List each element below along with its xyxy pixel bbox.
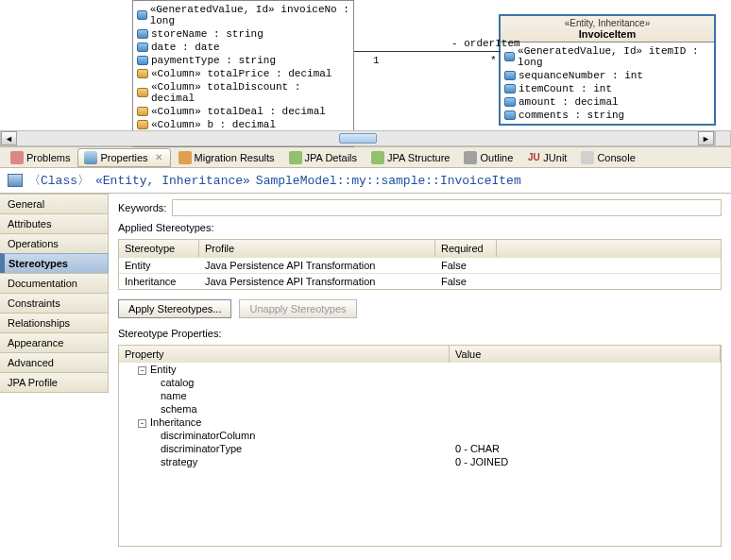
property-categories: General Attributes Operations Stereotype…	[0, 194, 109, 552]
attribute-text: «GeneratedValue, Id» itemID : long	[518, 45, 710, 68]
category-relationships[interactable]: Relationships	[0, 313, 109, 333]
attribute-row[interactable]: «Column» totalDiscount : decimal	[133, 80, 353, 105]
tab-outline[interactable]: Outline	[457, 148, 519, 167]
stereotypes-panel: Keywords: Applied Stereotypes: Stereotyp…	[109, 194, 731, 552]
tab-problems[interactable]: Problems	[4, 148, 76, 167]
category-stereotypes[interactable]: Stereotypes	[0, 253, 109, 274]
close-icon[interactable]: ✕	[153, 152, 164, 163]
jpa-details-icon	[289, 151, 302, 164]
col-profile[interactable]: Profile	[199, 240, 435, 257]
attribute-text: amount : decimal	[518, 96, 619, 108]
tab-console[interactable]: Console	[574, 148, 641, 167]
uml-class-header: «Entity, Inheritance» InvoiceItem	[501, 16, 714, 42]
migration-icon	[178, 151, 192, 164]
attribute-row[interactable]: paymentType : string	[133, 54, 353, 67]
class-icon	[8, 174, 23, 187]
property-value	[450, 402, 721, 416]
outline-icon	[464, 151, 477, 164]
stereotype-properties-table[interactable]: Property Value -Entitycatalognameschema-…	[118, 345, 722, 547]
field-icon	[504, 71, 516, 80]
property-row[interactable]: strategy0 - JOINED	[119, 455, 721, 468]
category-operations[interactable]: Operations	[0, 233, 109, 254]
scroll-corner	[715, 130, 731, 146]
scroll-thumb[interactable]	[339, 133, 377, 144]
column-icon	[137, 88, 148, 97]
association-line[interactable]	[354, 51, 501, 52]
tab-junit[interactable]: JUJUnit	[520, 148, 573, 167]
tree-toggle-icon[interactable]: -	[138, 419, 146, 428]
attribute-row[interactable]: storeName : string	[133, 27, 353, 41]
attribute-text: date : date	[151, 42, 220, 53]
property-row[interactable]: schema	[119, 402, 721, 416]
attribute-text: paymentType : string	[151, 55, 276, 66]
cell-profile: Java Persistence API Transformation	[199, 274, 435, 289]
category-appearance[interactable]: Appearance	[0, 332, 109, 353]
view-tabs-bar: Problems Properties✕ Migration Results J…	[0, 146, 731, 168]
property-name: catalog	[119, 376, 450, 389]
field-icon	[137, 29, 148, 39]
property-row[interactable]: -Entity	[119, 363, 721, 376]
attribute-row[interactable]: itemCount : int	[501, 82, 714, 95]
category-attributes[interactable]: Attributes	[0, 213, 109, 234]
property-row[interactable]: catalog	[119, 376, 721, 389]
field-icon	[504, 97, 516, 107]
unapply-stereotypes-button[interactable]: Unapply Stereotypes	[239, 299, 356, 318]
jpa-structure-icon	[371, 151, 384, 164]
property-name: -Entity	[119, 363, 450, 376]
attribute-text: «Column» totalDiscount : decimal	[151, 81, 349, 104]
problems-icon	[10, 151, 24, 164]
tree-toggle-icon[interactable]: -	[138, 366, 146, 375]
attribute-row[interactable]: «GeneratedValue, Id» invoiceNo : long	[133, 3, 353, 27]
horizontal-scrollbar[interactable]: ◄ ►	[0, 130, 715, 146]
property-row[interactable]: discriminatorColumn	[119, 429, 721, 442]
property-name: discriminatorType	[119, 442, 450, 455]
attribute-row[interactable]: «Column» b : decimal	[133, 118, 353, 131]
uml-class-invoice[interactable]: «GeneratedValue, Id» invoiceNo : longsto…	[132, 0, 354, 147]
tab-properties[interactable]: Properties✕	[77, 148, 170, 167]
attribute-row[interactable]: «GeneratedValue, Id» itemID : long	[501, 44, 714, 69]
col-stereotype[interactable]: Stereotype	[119, 240, 199, 257]
attribute-row[interactable]: «Column» totalDeal : decimal	[133, 105, 353, 118]
apply-stereotypes-button[interactable]: Apply Stereotypes...	[118, 299, 231, 318]
col-required[interactable]: Required	[435, 240, 497, 257]
keywords-input[interactable]	[172, 199, 722, 216]
property-value: 0 - JOINED	[450, 455, 721, 468]
attribute-row[interactable]: «Column» totalPrice : decimal	[133, 67, 353, 80]
cell-stereotype: Inheritance	[119, 274, 199, 289]
category-general[interactable]: General	[0, 194, 109, 214]
attribute-row[interactable]: date : date	[133, 41, 353, 54]
col-value[interactable]: Value	[450, 346, 721, 363]
property-value	[450, 416, 721, 429]
keywords-label: Keywords:	[118, 202, 166, 213]
attribute-text: sequanceNumber : int	[518, 70, 643, 81]
category-constraints[interactable]: Constraints	[0, 293, 109, 314]
attribute-text: itemCount : int	[518, 83, 612, 94]
tab-migration-results[interactable]: Migration Results	[172, 148, 281, 167]
category-documentation[interactable]: Documentation	[0, 273, 109, 294]
property-row[interactable]: -Inheritance	[119, 416, 721, 429]
uml-diagram-canvas[interactable]: «GeneratedValue, Id» invoiceNo : longsto…	[0, 0, 731, 146]
property-row[interactable]: discriminatorType0 - CHAR	[119, 442, 721, 455]
category-advanced[interactable]: Advanced	[0, 352, 109, 373]
category-jpa-profile[interactable]: JPA Profile	[0, 372, 109, 393]
table-row[interactable]: InheritanceJava Persistence API Transfor…	[119, 273, 721, 289]
property-value	[450, 429, 721, 442]
applied-stereotypes-table[interactable]: Stereotype Profile Required EntityJava P…	[118, 239, 722, 290]
column-icon	[137, 69, 148, 78]
property-row[interactable]: name	[119, 389, 721, 402]
scroll-left-button[interactable]: ◄	[1, 131, 17, 145]
col-property[interactable]: Property	[119, 346, 450, 363]
table-row[interactable]: EntityJava Persistence API Transformatio…	[119, 257, 721, 273]
property-name: discriminatorColumn	[119, 429, 450, 442]
attribute-row[interactable]: amount : decimal	[501, 95, 714, 109]
junit-icon: JU	[527, 151, 540, 164]
tab-jpa-structure[interactable]: JPA Structure	[365, 148, 456, 167]
scroll-right-button[interactable]: ►	[698, 131, 714, 145]
attribute-row[interactable]: comments : string	[501, 109, 714, 122]
multiplicity-target: *	[490, 55, 497, 66]
uml-class-invoiceitem[interactable]: «Entity, Inheritance» InvoiceItem «Gener…	[499, 14, 716, 126]
tab-jpa-details[interactable]: JPA Details	[282, 148, 364, 167]
stereotype-properties-label: Stereotype Properties:	[118, 328, 722, 339]
applied-stereotypes-label: Applied Stereotypes:	[118, 222, 722, 233]
attribute-row[interactable]: sequanceNumber : int	[501, 69, 714, 82]
